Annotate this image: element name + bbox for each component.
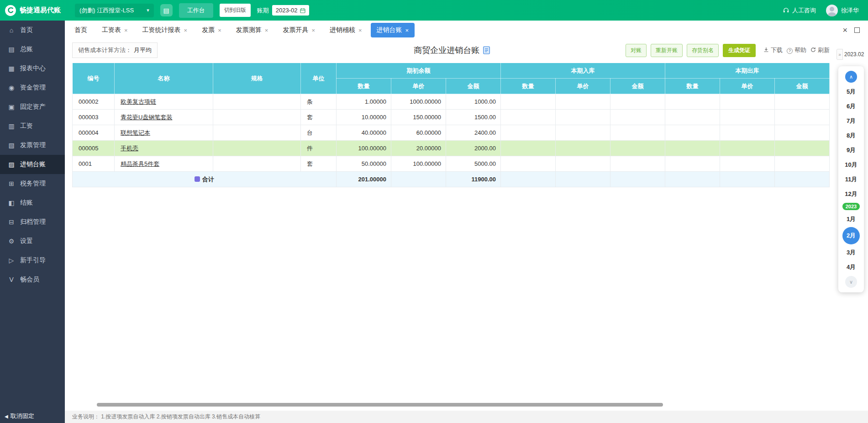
toolbar-link-2[interactable]: ?帮助	[787, 46, 806, 54]
month-item[interactable]: 10月	[842, 158, 860, 171]
column-header[interactable]: 规格	[213, 63, 301, 94]
current-period-label: 2023.02	[844, 51, 864, 58]
month-item[interactable]: 7月	[842, 114, 860, 127]
sidebar-item-2[interactable]: ▤总账	[0, 40, 65, 59]
tab-6[interactable]: 发票开具×	[277, 23, 321, 37]
tab-2[interactable]: 工资表×	[96, 23, 134, 37]
month-item[interactable]: 3月	[842, 246, 860, 259]
scroll-down-icon[interactable]: ∨	[845, 276, 857, 288]
sub-column-header[interactable]: 数量	[665, 79, 720, 94]
sidebar-item-5[interactable]: ▣固定资产	[0, 97, 65, 116]
sub-column-header[interactable]: 数量	[501, 79, 556, 94]
month-item[interactable]: 11月	[842, 173, 860, 186]
tab-1[interactable]: 首页	[68, 23, 93, 37]
footer-note: 业务说明： 1.按进项发票自动入库 2.按销项发票自动出库 3.销售成本自动核算	[65, 411, 868, 423]
inventory-ledger-table: 编号名称规格单位期初余额本期入库本期出库数量单价金额数量单价金额数量单价金额00…	[72, 63, 830, 187]
tab-4[interactable]: 发票×	[196, 23, 227, 37]
empty-cell	[665, 141, 720, 156]
toolbar-link-1[interactable]: 下载	[763, 46, 783, 54]
empty-cell	[610, 125, 665, 141]
sidebar-item-label: 报表中心	[20, 64, 46, 73]
sidebar-item-10[interactable]: ◧结账	[0, 193, 65, 212]
item-name-link[interactable]: 精品茶具5件套	[121, 160, 159, 167]
close-icon[interactable]: ×	[405, 27, 409, 33]
month-item[interactable]: 1月	[842, 212, 860, 226]
support-link[interactable]: 人工咨询	[783, 6, 816, 15]
toolbar-button-3[interactable]: 存货别名	[687, 44, 719, 57]
close-icon[interactable]: ×	[184, 27, 188, 33]
column-header[interactable]: 名称	[115, 63, 213, 94]
close-icon[interactable]: ×	[358, 27, 362, 33]
tab-label: 发票开具	[283, 26, 308, 34]
item-name-link[interactable]: 青花瓷U盘钢笔套装	[121, 114, 172, 121]
table-row[interactable]: 000005手机壳件100.0000020.000002000.00	[73, 141, 830, 156]
company-selector[interactable]: (勿删) 江西报堂-LSS ▾	[75, 4, 154, 17]
sub-column-header[interactable]: 金额	[446, 79, 501, 94]
close-icon[interactable]: ×	[265, 27, 268, 33]
help-icon: ?	[787, 47, 793, 54]
month-item[interactable]: 8月	[842, 129, 860, 142]
tab-5[interactable]: 发票测算×	[230, 23, 274, 37]
sub-column-header[interactable]: 金额	[610, 79, 665, 94]
sidebar-item-11[interactable]: ⊟归档管理	[0, 212, 65, 232]
empty-cell	[556, 110, 610, 125]
sidebar-item-8[interactable]: ▨进销台账	[0, 155, 65, 174]
item-name-link[interactable]: 欧美复古项链	[121, 98, 156, 105]
sub-column-header[interactable]: 单价	[391, 79, 446, 94]
sidebar-item-4[interactable]: ◉资金管理	[0, 78, 65, 97]
column-header[interactable]: 单位	[301, 63, 337, 94]
close-all-tabs-icon[interactable]: ×	[842, 26, 847, 34]
scroll-up-icon[interactable]: ∧	[845, 71, 857, 83]
sidebar-item-9[interactable]: ⊞税务管理	[0, 174, 65, 193]
collapse-panel-icon[interactable]: »	[836, 49, 843, 60]
table-row[interactable]: 000002欧美复古项链条1.000001000.000001000.00	[73, 94, 830, 110]
toolbar-button-2[interactable]: 重新开账	[651, 44, 683, 57]
switch-old-version-button[interactable]: 切到旧版	[220, 4, 251, 17]
close-icon[interactable]: ×	[311, 27, 315, 33]
toolbar-button-1[interactable]: 对账	[626, 44, 647, 57]
month-item[interactable]: 6月	[842, 100, 860, 113]
clipboard-icon[interactable]: ▤	[160, 4, 173, 16]
toolbar-link-3[interactable]: 刷新	[810, 46, 830, 54]
tab-8[interactable]: 进销台账×	[371, 23, 415, 37]
table-row[interactable]: 000004联想笔记本台40.0000060.000002400.00	[73, 125, 830, 141]
sidebar-item-13[interactable]: ▷新手引导	[0, 251, 65, 270]
period-selector[interactable]: 2023-02	[272, 5, 310, 16]
sub-column-header[interactable]: 金额	[775, 79, 830, 94]
sidebar-item-7[interactable]: ▧发票管理	[0, 136, 65, 155]
unpin-button[interactable]: ◀ 取消固定	[5, 412, 34, 420]
month-item[interactable]: 12月	[842, 187, 860, 201]
generate-voucher-button[interactable]: 生成凭证	[723, 44, 756, 57]
empty-cell	[665, 94, 720, 110]
asset-icon: ▣	[8, 103, 15, 111]
sub-column-header[interactable]: 单价	[720, 79, 775, 94]
month-item[interactable]: 2月	[842, 227, 860, 244]
table-row[interactable]: 0001精品茶具5件套套50.00000100.000005000.00	[73, 156, 830, 172]
close-icon[interactable]: ×	[218, 27, 221, 33]
close-icon[interactable]: ×	[124, 27, 128, 33]
sidebar-item-1[interactable]: ⌂首页	[0, 21, 65, 40]
month-item[interactable]: 4月	[842, 260, 860, 274]
sidebar-item-6[interactable]: ▥工资	[0, 116, 65, 136]
item-name-link[interactable]: 联想笔记本	[121, 129, 150, 136]
horizontal-scrollbar[interactable]	[97, 403, 663, 407]
tab-label: 首页	[74, 26, 87, 34]
month-item[interactable]: 9月	[842, 143, 860, 157]
sidebar-item-14[interactable]: Ⅴ畅会员	[0, 270, 65, 289]
item-name-link[interactable]: 手机壳	[121, 145, 138, 152]
tab-3[interactable]: 工资统计报表×	[137, 23, 194, 37]
fullscreen-icon[interactable]	[854, 27, 860, 33]
workbench-button[interactable]: 工作台	[179, 3, 213, 18]
month-item[interactable]: 5月	[842, 85, 860, 98]
user-menu[interactable]: 徐泽华	[826, 5, 859, 16]
sub-column-header[interactable]: 数量	[337, 79, 391, 94]
footer-note-text: 业务说明： 1.按进项发票自动入库 2.按销项发票自动出库 3.销售成本自动核算	[72, 413, 260, 421]
tab-7[interactable]: 进销稽核×	[324, 23, 368, 37]
sidebar-item-3[interactable]: ▦报表中心	[0, 59, 65, 78]
sub-column-header[interactable]: 单价	[556, 79, 610, 94]
sidebar-item-label: 结账	[20, 199, 33, 207]
sidebar-item-12[interactable]: ⚙设置	[0, 232, 65, 251]
column-header[interactable]: 编号	[73, 63, 115, 94]
table-row[interactable]: 000003青花瓷U盘钢笔套装套10.00000150.000001500.00	[73, 110, 830, 125]
tabbar-actions: ×	[842, 26, 868, 34]
